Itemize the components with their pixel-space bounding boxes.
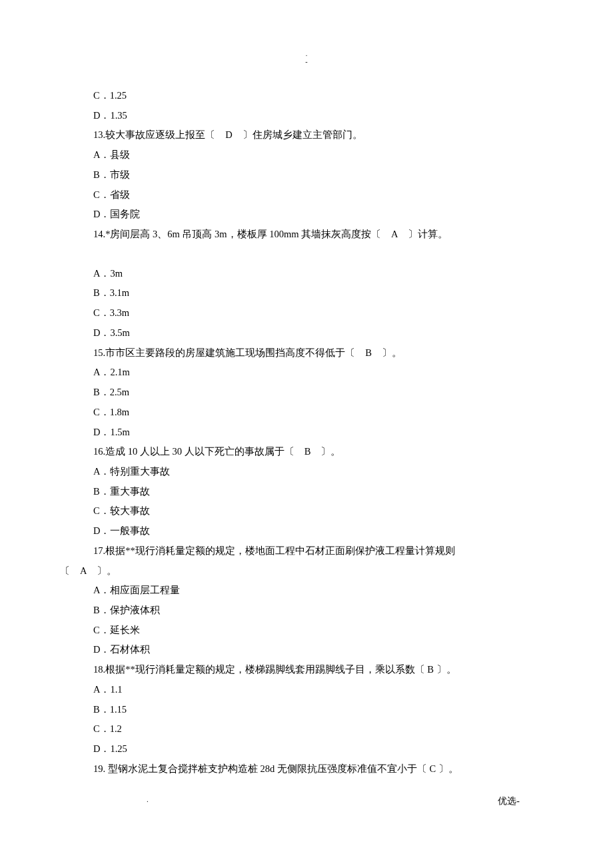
- text-line: C．1.2: [60, 719, 553, 739]
- text-line: A．特别重大事故: [60, 462, 553, 482]
- document-page: . - C．1.25 D．1.35 13.较大事故应逐级上报至〔 D 〕住房城乡…: [0, 0, 613, 838]
- text-line: 19. 型钢水泥土复合搅拌桩支护构造桩 28d 无侧限抗压强度标准值不宜小于〔 …: [60, 759, 553, 779]
- text-line: B．重大事故: [60, 482, 553, 502]
- footer-left: .: [147, 792, 149, 811]
- text-line: 15.市市区主要路段的房屋建筑施工现场围挡高度不得低于〔 B 〕。: [60, 343, 553, 363]
- text-line: 16.造成 10 人以上 30 人以下死亡的事故属于〔 B 〕。: [60, 442, 553, 462]
- text-line: A．相应面层工程量: [60, 581, 553, 601]
- text-line: C．较大事故: [60, 501, 553, 521]
- text-line: B．1.15: [60, 700, 553, 720]
- text-line: 14.*房间层高 3、6m 吊顶高 3m，楼板厚 100mm 其墙抹灰高度按〔 …: [60, 225, 553, 245]
- header-dot: .: [60, 50, 553, 58]
- text-line: C．3.3m: [60, 303, 553, 323]
- text-line: A．1.1: [60, 680, 553, 700]
- text-line: 18.根据**现行消耗量定额的规定，楼梯踢脚线套用踢脚线子目，乘以系数〔 B 〕…: [60, 660, 553, 680]
- text-line: C．延长米: [60, 621, 553, 641]
- page-footer: . 优选-: [60, 779, 553, 811]
- text-line: D．国务院: [60, 205, 553, 225]
- text-line: A．县级: [60, 145, 553, 165]
- text-line: D．一般事故: [60, 521, 553, 541]
- text-line: C．1.25: [60, 86, 553, 106]
- text-line: 〔 A 〕。: [60, 561, 553, 581]
- text-line: A．3m: [60, 264, 553, 284]
- blank-line: [60, 245, 553, 264]
- text-line: B．3.1m: [60, 283, 553, 303]
- header-marks: . -: [60, 50, 553, 66]
- text-line: B．保护液体积: [60, 601, 553, 621]
- text-line: B．市级: [60, 165, 553, 185]
- text-line: B．2.5m: [60, 383, 553, 403]
- text-line: C．1.8m: [60, 403, 553, 423]
- text-line: 13.较大事故应逐级上报至〔 D 〕住房城乡建立主管部门。: [60, 125, 553, 145]
- header-dash: -: [60, 58, 553, 66]
- text-line: D．1.25: [60, 739, 553, 759]
- footer-right: 优选-: [498, 792, 520, 811]
- text-line: 17.根据**现行消耗量定额的规定，楼地面工程中石材正面刷保护液工程量计算规则: [60, 541, 553, 561]
- document-content: C．1.25 D．1.35 13.较大事故应逐级上报至〔 D 〕住房城乡建立主管…: [60, 86, 553, 779]
- text-line: D．1.35: [60, 106, 553, 126]
- text-line: A．2.1m: [60, 363, 553, 383]
- text-line: C．省级: [60, 185, 553, 205]
- text-line: D．1.5m: [60, 423, 553, 443]
- text-line: D．石材体积: [60, 640, 553, 660]
- text-line: D．3.5m: [60, 323, 553, 343]
